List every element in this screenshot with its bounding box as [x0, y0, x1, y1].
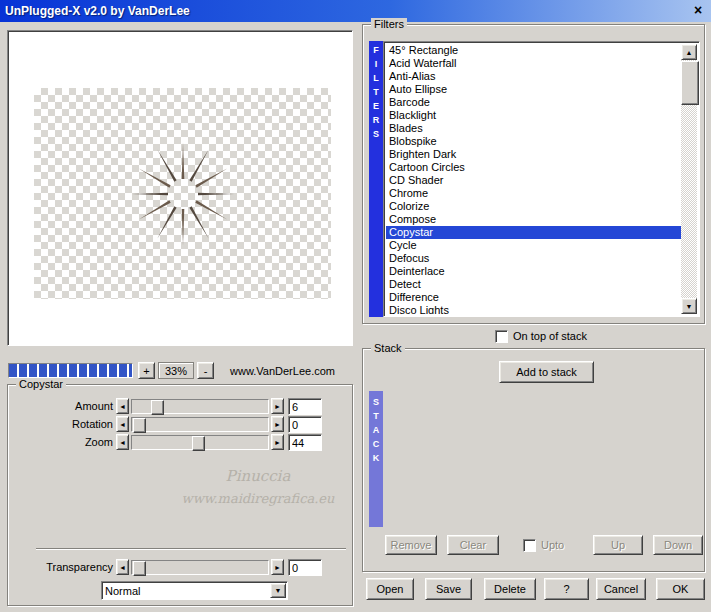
filter-list-item[interactable]: Acid Waterfall — [386, 57, 681, 70]
amount-decrement-button[interactable]: ◄ — [116, 398, 129, 414]
scroll-up-button[interactable]: ▲ — [681, 44, 697, 60]
zoom-increment-button[interactable]: ► — [271, 434, 284, 450]
clear-button[interactable]: Clear — [447, 535, 499, 555]
stack-group: Stack Add to stack STACK Remove Clear Up… — [362, 348, 705, 572]
filter-list-item[interactable]: Chrome — [386, 187, 681, 200]
filter-list-item[interactable]: Disco Lights — [386, 304, 681, 314]
filter-list-item[interactable]: Auto Ellipse — [386, 83, 681, 96]
transparency-decrement-button[interactable]: ◄ — [116, 559, 129, 575]
stack-group-label: Stack — [371, 342, 405, 354]
filter-list-item[interactable]: 45° Rectangle — [386, 44, 681, 57]
checkbox-box-icon — [523, 539, 536, 552]
checkbox-box-icon — [495, 330, 508, 343]
up-button[interactable]: Up — [593, 535, 643, 555]
watermark-line2: www.maidiregrafica.eu — [158, 491, 358, 506]
filter-list-item[interactable]: Defocus — [386, 252, 681, 265]
zoom-slider-handle[interactable] — [192, 436, 205, 451]
filter-list-item[interactable]: Difference — [386, 291, 681, 304]
window-title: UnPlugged-X v2.0 by VanDerLee — [0, 4, 190, 18]
amount-increment-button[interactable]: ► — [271, 398, 284, 414]
zoom-out-button[interactable]: - — [197, 362, 214, 379]
filter-list-item[interactable]: Deinterlace — [386, 265, 681, 278]
zoom-level: 33% — [158, 362, 194, 379]
filters-group-label: Filters — [371, 18, 407, 30]
blend-mode-value: Normal — [105, 583, 140, 599]
parameters-group-label: Copystar — [16, 378, 66, 390]
preview-panel — [7, 30, 353, 346]
filter-list-item[interactable]: Cartoon Circles — [386, 161, 681, 174]
transparency-slider-handle[interactable] — [133, 561, 146, 576]
stack-list[interactable] — [383, 391, 700, 527]
scroll-down-button[interactable]: ▼ — [681, 298, 697, 314]
rotation-input[interactable] — [288, 416, 322, 433]
filter-list-item[interactable]: Detect — [386, 278, 681, 291]
open-button[interactable]: Open — [366, 578, 414, 600]
preview-canvas[interactable] — [34, 88, 331, 299]
filter-list-item[interactable]: Colorize — [386, 200, 681, 213]
upto-label: Upto — [541, 539, 564, 551]
stack-vertical-label: STACK — [369, 391, 383, 527]
transparency-slider-track[interactable] — [131, 560, 269, 575]
chevron-down-icon[interactable]: ▼ — [270, 583, 286, 598]
rotation-increment-button[interactable]: ► — [271, 416, 284, 432]
filter-list: 45° RectangleAcid WaterfallAnti-AliasAut… — [383, 41, 700, 317]
transparency-input[interactable] — [288, 559, 322, 576]
filter-list-item[interactable]: Copystar — [386, 226, 681, 239]
filter-list-item[interactable]: Blobspike — [386, 135, 681, 148]
on-top-of-stack-label: On top of stack — [513, 330, 587, 342]
zoom-label: Zoom — [18, 434, 113, 450]
transparency-increment-button[interactable]: ► — [271, 559, 284, 575]
filters-vertical-label: FILTERS — [369, 41, 383, 317]
progress-bar — [8, 363, 133, 378]
filter-list-item[interactable]: Brighten Dark — [386, 148, 681, 161]
transparency-label: Transparency — [18, 559, 113, 575]
rotation-label: Rotation — [18, 416, 113, 432]
filter-list-item[interactable]: Blades — [386, 122, 681, 135]
rotation-decrement-button[interactable]: ◄ — [116, 416, 129, 432]
help-button[interactable]: ? — [544, 578, 589, 600]
scrollbar-thumb[interactable] — [681, 61, 699, 105]
save-button[interactable]: Save — [425, 578, 472, 600]
filter-list-items: 45° RectangleAcid WaterfallAnti-AliasAut… — [386, 44, 681, 314]
amount-label: Amount — [18, 398, 113, 414]
amount-slider-handle[interactable] — [151, 400, 164, 415]
filter-list-item[interactable]: Cycle — [386, 239, 681, 252]
ok-button[interactable]: OK — [656, 578, 705, 600]
zoom-slider-track[interactable] — [131, 435, 269, 450]
filters-group: Filters FILTERS 45° RectangleAcid Waterf… — [362, 24, 705, 324]
zoom-decrement-button[interactable]: ◄ — [116, 434, 129, 450]
filter-list-item[interactable]: Barcode — [386, 96, 681, 109]
rotation-slider-track[interactable] — [131, 417, 269, 432]
progress-bar-fill — [9, 364, 132, 377]
amount-input[interactable] — [288, 398, 322, 415]
rotation-slider-handle[interactable] — [133, 418, 146, 433]
filter-list-item[interactable]: Compose — [386, 213, 681, 226]
delete-button[interactable]: Delete — [484, 578, 536, 600]
website-link[interactable]: www.VanDerLee.com — [215, 365, 350, 377]
filter-list-item[interactable]: Blacklight — [386, 109, 681, 122]
dialog-window: UnPlugged-X v2.0 by VanDerLee × — [0, 0, 711, 612]
amount-slider-track[interactable] — [131, 399, 269, 414]
cancel-button[interactable]: Cancel — [596, 578, 646, 600]
watermark-line1: Pinuccia — [158, 467, 358, 485]
blend-mode-select[interactable]: Normal ▼ — [101, 581, 288, 600]
close-button[interactable]: × — [690, 3, 706, 19]
zoom-input[interactable] — [288, 434, 322, 451]
on-top-of-stack-checkbox[interactable]: On top of stack — [495, 329, 587, 343]
title-bar: UnPlugged-X v2.0 by VanDerLee — [0, 0, 711, 22]
separator-line — [36, 548, 346, 550]
zoom-in-button[interactable]: + — [138, 362, 155, 379]
upto-checkbox[interactable]: Upto — [523, 538, 564, 552]
remove-button[interactable]: Remove — [385, 535, 437, 555]
down-button[interactable]: Down — [653, 535, 703, 555]
filter-list-item[interactable]: CD Shader — [386, 174, 681, 187]
parameters-group: Copystar Amount ◄ ► Rotation ◄ ► Zoom ◄ … — [7, 384, 353, 606]
filter-list-item[interactable]: Anti-Alias — [386, 70, 681, 83]
add-to-stack-button[interactable]: Add to stack — [499, 361, 594, 383]
starburst-graphic — [123, 134, 243, 254]
filter-list-scrollbar[interactable]: ▲ ▼ — [681, 44, 697, 314]
